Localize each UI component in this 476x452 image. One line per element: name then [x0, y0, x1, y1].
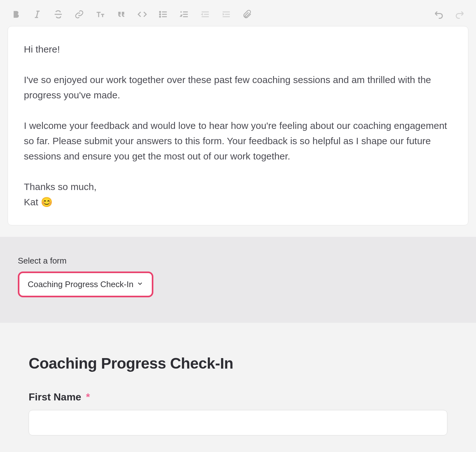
editor-line: Thanks so much, [24, 179, 452, 194]
code-icon [137, 10, 147, 20]
form-selector-section: Select a form Coaching Progress Check-In [0, 237, 476, 323]
field-label-text: First Name [29, 391, 81, 403]
form-title: Coaching Progress Check-In [29, 355, 447, 372]
outdent-icon [200, 10, 210, 20]
italic-icon [32, 10, 42, 20]
undo-icon [434, 10, 444, 20]
redo-icon [455, 10, 465, 20]
editor-line: Kat 😊 [24, 194, 452, 210]
editor-line: I welcome your feedback and would love t… [24, 118, 452, 164]
redo-button[interactable] [455, 10, 465, 20]
form-selector-label: Select a form [18, 256, 458, 266]
outdent-button[interactable] [200, 10, 210, 20]
paperclip-icon [242, 10, 252, 20]
link-icon [74, 10, 84, 20]
undo-button[interactable] [434, 10, 444, 20]
required-indicator: * [86, 391, 90, 403]
svg-point-2 [159, 16, 161, 18]
form-preview-section: Coaching Progress Check-In First Name * [0, 323, 476, 452]
message-editor[interactable]: Hi there! I've so enjoyed our work toget… [8, 26, 468, 225]
indent-button[interactable] [221, 10, 231, 20]
first-name-input[interactable] [29, 410, 447, 435]
editor-line: Hi there! [24, 42, 452, 57]
bold-icon [11, 10, 21, 20]
indent-icon [221, 10, 231, 20]
chevron-down-icon [136, 279, 144, 289]
numbered-list-button[interactable] [179, 10, 189, 20]
svg-point-0 [159, 11, 161, 13]
quote-icon [116, 10, 126, 20]
field-label-first-name: First Name * [29, 391, 447, 403]
textsize-button[interactable] [95, 10, 105, 20]
numbered-list-icon [179, 10, 189, 20]
svg-point-1 [159, 14, 161, 15]
editor-section: Hi there! I've so enjoyed our work toget… [0, 0, 476, 237]
link-button[interactable] [74, 10, 84, 20]
form-selector-dropdown[interactable]: Coaching Progress Check-In [18, 272, 153, 297]
editor-line: I've so enjoyed our work together over t… [24, 72, 452, 103]
form-selector-value: Coaching Progress Check-In [28, 279, 133, 289]
textsize-icon [95, 10, 105, 20]
strikethrough-button[interactable] [53, 10, 63, 20]
bullet-list-button[interactable] [158, 10, 168, 20]
bullet-list-icon [158, 10, 168, 20]
attachment-button[interactable] [242, 10, 252, 20]
code-button[interactable] [137, 10, 147, 20]
strikethrough-icon [53, 10, 63, 20]
quote-button[interactable] [116, 10, 126, 20]
editor-toolbar [8, 8, 468, 26]
italic-button[interactable] [32, 10, 42, 20]
bold-button[interactable] [11, 10, 21, 20]
